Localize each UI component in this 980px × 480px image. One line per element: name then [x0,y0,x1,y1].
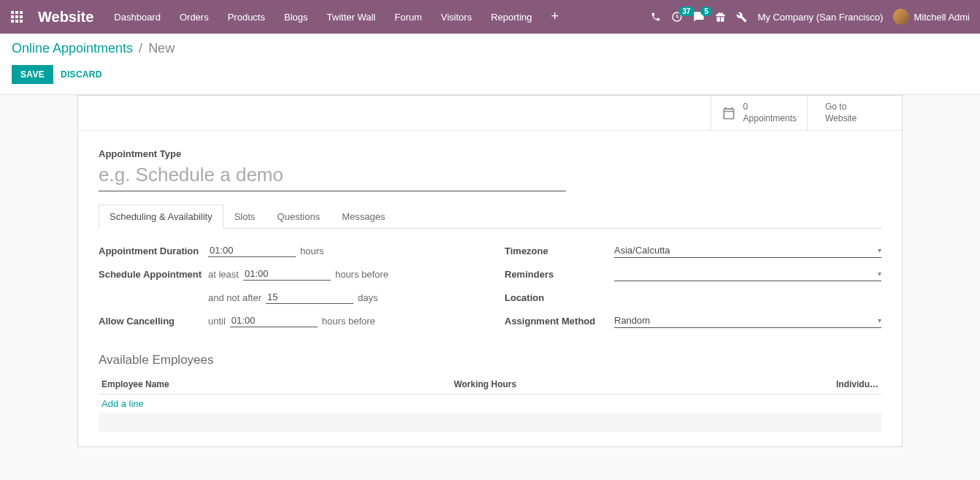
gift-icon[interactable] [715,12,726,23]
timezone-label: Timezone [505,245,614,256]
nav-dashboard[interactable]: Dashboard [107,6,168,28]
stat-count: 0 [743,102,797,113]
discard-button[interactable]: DISCARD [61,69,102,80]
location-input[interactable] [614,291,881,305]
apps-icon[interactable] [6,6,28,28]
col-hours[interactable]: Working Hours [451,375,803,395]
nav-visitors[interactable]: Visitors [434,6,479,28]
nav-forum[interactable]: Forum [387,6,429,28]
breadcrumb-parent[interactable]: Online Appointments [12,41,133,56]
atleast-input[interactable] [243,267,331,281]
tab-messages[interactable]: Messages [331,205,396,228]
nav-reporting[interactable]: Reporting [483,6,539,28]
nav-twitter-wall[interactable]: Twitter Wall [320,6,383,28]
messages-icon[interactable]: 5 [693,11,705,23]
cancel-input[interactable] [230,314,318,327]
reminders-select[interactable] [614,267,881,281]
breadcrumb: Online Appointments / New [12,41,968,56]
nav-blogs[interactable]: Blogs [277,6,315,28]
employees-title: Available Employees [99,353,881,367]
employees-table: Employee Name Working Hours Individu… Ad… [99,375,881,432]
timezone-select[interactable] [614,243,881,258]
user-name: Mitchell Admi [914,12,970,23]
duration-input[interactable] [208,244,296,257]
schedule-label: Schedule Appointment [99,269,208,280]
stat-label: Appointments [743,113,797,123]
assignment-label: Assignment Method [505,316,614,327]
activity-badge: 37 [678,7,694,16]
stat-goto-website[interactable]: Go to Website [807,96,902,130]
main-nav: Dashboard Orders Products Blogs Twitter … [107,6,566,28]
nav-products[interactable]: Products [221,6,272,28]
appointment-type-input[interactable] [99,161,566,191]
notafter-input[interactable] [266,291,353,304]
calendar-icon [721,106,736,121]
table-row [99,413,881,432]
col-employee[interactable]: Employee Name [99,375,451,395]
tab-scheduling[interactable]: Scheduling & Availability [99,205,223,229]
assignment-select[interactable] [614,313,881,328]
location-label: Location [505,292,614,303]
tab-questions[interactable]: Questions [267,205,332,228]
table-row: Add a line [99,395,881,414]
activity-icon[interactable]: 37 [671,11,683,23]
reminders-label: Reminders [505,269,614,280]
messages-badge: 5 [700,7,712,16]
tab-slots[interactable]: Slots [223,205,267,228]
breadcrumb-current: New [148,41,175,56]
tools-icon[interactable] [736,12,747,23]
col-individual[interactable]: Individu… [803,375,881,395]
avatar [893,9,909,25]
nav-orders[interactable]: Orders [172,6,216,28]
brand[interactable]: Website [38,9,93,26]
company-name[interactable]: My Company (San Francisco) [757,12,883,23]
cancel-label: Allow Cancelling [99,316,208,327]
duration-label: Appointment Duration [99,245,208,256]
nav-add-icon[interactable]: + [544,6,567,28]
stat-appointments[interactable]: 0 Appointments [711,96,807,130]
phone-icon[interactable] [651,12,661,22]
add-line-link[interactable]: Add a line [102,398,144,409]
tabs: Scheduling & Availability Slots Question… [99,205,881,229]
save-button[interactable]: SAVE [12,65,53,84]
appointment-type-label: Appointment Type [99,148,881,159]
user-menu[interactable]: Mitchell Admi [893,9,970,25]
